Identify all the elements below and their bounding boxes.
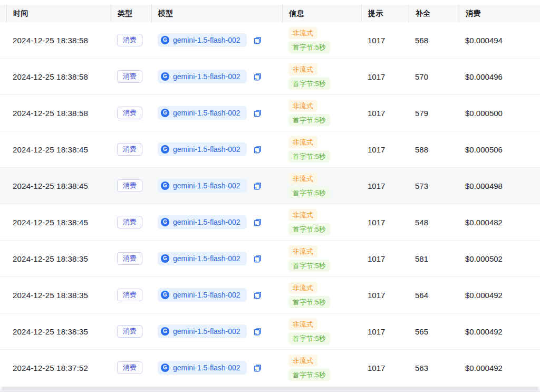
cost-cell: $0.000492 — [459, 291, 540, 300]
type-cell: 消费 — [111, 361, 151, 374]
prompt-tokens: 1017 — [368, 364, 385, 372]
type-badge: 消费 — [117, 107, 142, 119]
time-cell: 2024-12-25 18:38:58 — [6, 109, 111, 118]
stream-mode-badge: 非流式 — [288, 209, 317, 221]
model-tag[interactable]: G gemini-1.5-flash-002 — [158, 288, 247, 302]
completion-tokens: 573 — [415, 181, 428, 190]
info-cell: 非流式 首字节:5秒 — [282, 100, 361, 126]
completion-tokens: 565 — [415, 327, 428, 336]
cost-cell: $0.000494 — [459, 36, 540, 45]
completion-tokens: 579 — [415, 109, 428, 118]
scrollbar-thumb[interactable] — [2, 387, 538, 390]
horizontal-scrollbar[interactable] — [0, 385, 540, 392]
time-cell: 2024-12-25 18:38:45 — [6, 218, 111, 227]
first-byte-badge: 首字节:5秒 — [288, 223, 330, 235]
model-tag[interactable]: G gemini-1.5-flash-002 — [158, 252, 247, 265]
cost-value: $0.000492 — [465, 364, 503, 372]
prompt-tokens: 1017 — [368, 181, 385, 190]
model-cell: G gemini-1.5-flash-002 — [151, 215, 282, 229]
model-cell: G gemini-1.5-flash-002 — [151, 142, 282, 156]
prompt-tokens: 1017 — [368, 291, 385, 300]
first-byte-badge: 首字节:5秒 — [288, 296, 330, 308]
table-header: 时间 类型 模型 信息 提示 补全 消费 — [0, 5, 540, 22]
copy-icon[interactable] — [253, 181, 262, 190]
copy-icon[interactable] — [253, 218, 262, 227]
table-row[interactable]: 2024-12-25 18:38:45 消费 G gemini-1.5-flas… — [0, 204, 540, 241]
copy-icon[interactable] — [253, 36, 262, 45]
model-tag[interactable]: G gemini-1.5-flash-002 — [158, 70, 247, 83]
stream-mode-badge: 非流式 — [288, 355, 317, 367]
info-cell: 非流式 首字节:5秒 — [282, 63, 361, 90]
table-row[interactable]: 2024-12-25 18:38:58 消费 G gemini-1.5-flas… — [0, 95, 540, 131]
copy-icon[interactable] — [253, 291, 262, 300]
prompt-cell: 1017 — [361, 72, 409, 81]
completion-tokens: 570 — [415, 72, 428, 81]
model-name: gemini-1.5-flash-002 — [173, 254, 240, 263]
model-cell: G gemini-1.5-flash-002 — [151, 252, 282, 265]
gemini-icon: G — [161, 364, 169, 372]
copy-icon[interactable] — [253, 364, 262, 372]
table-row[interactable]: 2024-12-25 18:38:58 消费 G gemini-1.5-flas… — [0, 59, 540, 95]
cost-cell: $0.000500 — [459, 109, 540, 118]
table-row[interactable]: 2024-12-25 18:38:35 消费 G gemini-1.5-flas… — [0, 313, 540, 350]
completion-tokens: 581 — [415, 254, 428, 263]
model-tag[interactable]: G gemini-1.5-flash-002 — [158, 179, 247, 193]
model-tag[interactable]: G gemini-1.5-flash-002 — [158, 215, 247, 229]
table-row[interactable]: 2024-12-25 18:38:35 消费 G gemini-1.5-flas… — [0, 277, 540, 313]
info-cell: 非流式 首字节:5秒 — [282, 136, 361, 162]
timestamp: 2024-12-25 18:38:58 — [13, 72, 88, 81]
model-tag[interactable]: G gemini-1.5-flash-002 — [158, 106, 247, 120]
first-byte-badge: 首字节:5秒 — [288, 260, 330, 272]
timestamp: 2024-12-25 18:37:52 — [13, 364, 88, 372]
cost-value: $0.000498 — [465, 181, 503, 190]
first-byte-badge: 首字节:5秒 — [288, 369, 330, 381]
prompt-tokens: 1017 — [368, 254, 385, 263]
table-row[interactable]: 2024-12-25 18:37:52 消费 G gemini-1.5-flas… — [0, 350, 540, 386]
completion-cell: 588 — [409, 145, 459, 154]
type-badge: 消费 — [117, 70, 142, 83]
cost-value: $0.000502 — [465, 254, 503, 263]
model-cell: G gemini-1.5-flash-002 — [151, 33, 282, 47]
info-cell: 非流式 首字节:5秒 — [282, 355, 361, 381]
copy-icon[interactable] — [253, 327, 262, 336]
table-row[interactable]: 2024-12-25 18:38:45 消费 G gemini-1.5-flas… — [0, 131, 540, 168]
model-name: gemini-1.5-flash-002 — [173, 36, 240, 44]
cost-value: $0.000492 — [465, 327, 503, 336]
model-tag[interactable]: G gemini-1.5-flash-002 — [158, 361, 247, 375]
cost-cell: $0.000492 — [459, 364, 540, 372]
copy-icon[interactable] — [253, 72, 262, 81]
table-row[interactable]: 2024-12-25 18:38:58 消费 G gemini-1.5-flas… — [0, 22, 540, 59]
gemini-icon: G — [161, 327, 169, 336]
model-tag[interactable]: G gemini-1.5-flash-002 — [158, 324, 247, 338]
model-name: gemini-1.5-flash-002 — [173, 218, 240, 226]
table-row[interactable]: 2024-12-25 18:38:35 消费 G gemini-1.5-flas… — [0, 241, 540, 277]
copy-icon[interactable] — [253, 109, 262, 118]
table-row[interactable]: 2024-12-25 18:38:45 消费 G gemini-1.5-flas… — [0, 168, 540, 204]
stream-mode-badge: 非流式 — [288, 100, 317, 112]
copy-icon[interactable] — [253, 254, 262, 263]
model-tag[interactable]: G gemini-1.5-flash-002 — [158, 33, 247, 47]
prompt-tokens: 1017 — [368, 145, 385, 154]
cost-cell: $0.000496 — [459, 72, 540, 81]
column-header-prompt: 提示 — [361, 5, 409, 22]
prompt-tokens: 1017 — [368, 327, 385, 336]
cost-cell: $0.000506 — [459, 145, 540, 154]
gemini-icon: G — [161, 109, 169, 117]
prompt-cell: 1017 — [361, 181, 409, 190]
stream-mode-badge: 非流式 — [288, 63, 317, 75]
gemini-icon: G — [161, 291, 169, 299]
prompt-cell: 1017 — [361, 218, 409, 227]
completion-cell: 564 — [409, 291, 459, 300]
model-tag[interactable]: G gemini-1.5-flash-002 — [158, 142, 247, 156]
stream-mode-badge: 非流式 — [288, 173, 317, 185]
cost-value: $0.000500 — [465, 109, 503, 118]
model-cell: G gemini-1.5-flash-002 — [151, 324, 282, 338]
prompt-cell: 1017 — [361, 145, 409, 154]
completion-tokens: 588 — [415, 145, 428, 154]
model-name: gemini-1.5-flash-002 — [173, 181, 240, 190]
column-header-model: 模型 — [151, 5, 282, 22]
gemini-icon: G — [161, 72, 169, 81]
column-header-type: 类型 — [111, 5, 151, 22]
copy-icon[interactable] — [253, 145, 262, 154]
completion-cell: 579 — [409, 109, 459, 118]
